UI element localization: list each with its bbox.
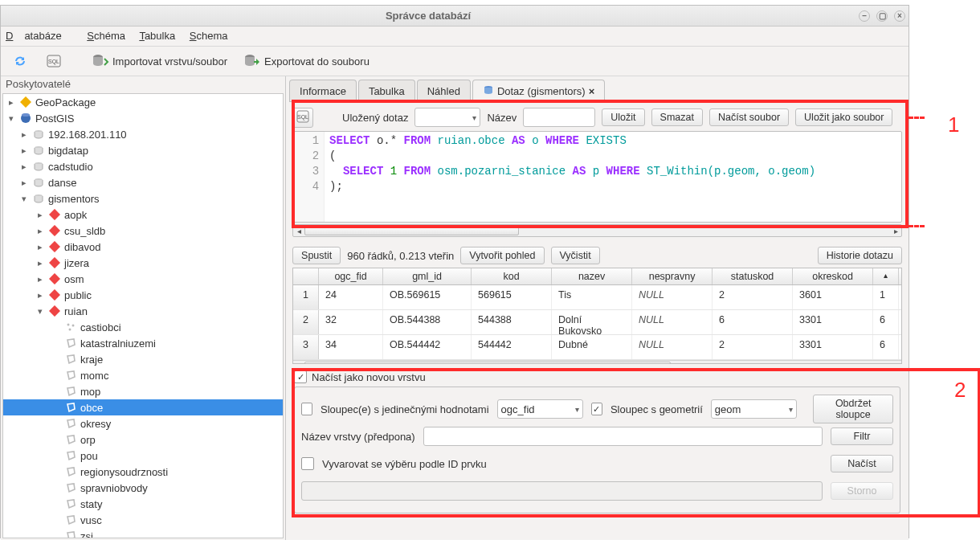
expand-icon[interactable]: ▾ (6, 113, 16, 124)
svg-rect-15 (49, 257, 60, 268)
sql-icon: SQL (45, 52, 63, 70)
schema-icon (48, 208, 61, 221)
svg-point-6 (22, 113, 30, 117)
callout-label-1: 1 (948, 112, 959, 137)
tree-table-regionysoudrznosti[interactable]: regionysoudrznosti (3, 464, 283, 480)
tree-table-katastralniuzemi[interactable]: katastralniuzemi (3, 335, 283, 351)
col-ogc_fid[interactable]: ogc_fid (319, 268, 383, 284)
svg-rect-18 (49, 305, 60, 317)
tree-table-okresy[interactable]: okresy (3, 415, 283, 432)
tree-host-gismentors[interactable]: gismentors (48, 193, 100, 205)
tab-strip: Informace Tabulka Náhled Dotaz (gismento… (289, 80, 905, 102)
expand-icon[interactable]: ▸ (6, 97, 16, 108)
tree-schema-aopk[interactable]: aopk (64, 209, 87, 221)
col-statuskod[interactable]: statuskod (713, 268, 793, 284)
clear-button[interactable]: Vyčistit (551, 247, 600, 264)
titlebar: Správce databází – ▢ × (1, 6, 909, 27)
import-label: Importovat vrstvu/soubor (112, 55, 227, 67)
polygon-layer-icon (64, 513, 77, 526)
col-kod[interactable]: kod (472, 268, 552, 284)
col-nazev[interactable]: nazev (552, 268, 632, 284)
polygon-layer-icon (64, 530, 77, 538)
polygon-layer-icon (64, 401, 77, 414)
callout-dash-1b (909, 225, 925, 227)
table-row[interactable]: 334OB.544442544442DubnéNULL233016 (293, 335, 901, 360)
tree-host-ip[interactable]: 192.168.201.110 (48, 129, 127, 141)
table-row[interactable]: 232OB.544388544388Dolní BukovskoNULL6330… (293, 310, 901, 335)
menu-table[interactable]: Tabulka (139, 30, 175, 42)
toolbar: SQL Importovat vrstvu/soubor Exportovat … (1, 47, 909, 76)
menu-schema[interactable]: Schéma (87, 30, 125, 42)
tree-host-danse[interactable]: danse (48, 177, 76, 189)
db-export-icon (243, 52, 261, 70)
refresh-button[interactable] (7, 50, 33, 72)
tree-schema-public[interactable]: public (64, 289, 92, 301)
svg-text:SQL: SQL (48, 59, 59, 65)
col-gml_id[interactable]: gml_id (383, 268, 472, 284)
import-button[interactable]: Importovat vrstvu/soubor (88, 50, 231, 72)
create-view-button[interactable]: Vytvořit pohled (460, 247, 544, 264)
tab-close-icon[interactable]: × (589, 85, 595, 97)
schema-icon (48, 305, 61, 317)
callout-box-1 (292, 100, 909, 228)
polygon-layer-icon (64, 385, 77, 398)
tree-table-momc[interactable]: momc (3, 367, 283, 383)
table-row[interactable]: 124OB.569615569615TisNULL236011 (293, 285, 901, 310)
tree-table-pou[interactable]: pou (3, 448, 283, 464)
result-grid[interactable]: ogc_fid gml_id kod nazev nespravny statu… (292, 268, 902, 364)
tree-geopackage[interactable]: GeoPackage (35, 96, 96, 108)
tab-preview[interactable]: Náhled (417, 80, 471, 101)
polygon-layer-icon (64, 353, 77, 366)
menubar: Databáze Schéma Tabulka Schema (1, 27, 909, 47)
polygon-layer-icon (64, 433, 77, 446)
svg-point-19 (67, 324, 70, 326)
col-okreskod[interactable]: okreskod (793, 268, 873, 284)
col-nespravny[interactable]: nespravny (632, 268, 713, 284)
tree-host-cadstudio[interactable]: cadstudio (48, 161, 93, 173)
svg-point-21 (69, 329, 71, 331)
tab-info[interactable]: Informace (289, 80, 357, 101)
postgis-icon (19, 112, 32, 125)
tree-schema-csu[interactable]: csu_sldb (64, 225, 105, 237)
export-button[interactable]: Exportovat do souboru (239, 50, 374, 72)
polygon-layer-icon (64, 417, 77, 430)
polygon-layer-icon (64, 481, 77, 494)
tree-table-zsj[interactable]: zsj (3, 528, 283, 538)
execute-button[interactable]: Spustit (292, 247, 341, 264)
grid-hscroll[interactable]: ◂▸ (293, 360, 901, 364)
tree-schema-dibavod[interactable]: dibavod (64, 241, 101, 253)
tree-table-staty[interactable]: staty (3, 496, 283, 512)
tree-postgis[interactable]: PostGIS (35, 112, 74, 125)
tree-table-kraje[interactable]: kraje (3, 351, 283, 367)
scroll-up-icon[interactable]: ▴ (873, 268, 899, 284)
tree-schema-ruian[interactable]: ruian (64, 305, 88, 317)
tree-host-bigdatap[interactable]: bigdatap (48, 145, 88, 157)
polygon-layer-icon (64, 465, 77, 478)
callout-box-2 (292, 368, 980, 517)
providers-tree[interactable]: ▸GeoPackage ▾PostGIS ▸192.168.201.110 ▸b… (2, 93, 284, 538)
tree-table-orp[interactable]: orp (3, 432, 283, 448)
svg-rect-14 (49, 241, 60, 252)
menu-database[interactable]: Databáze (6, 30, 73, 42)
window-title: Správce databází (1, 6, 855, 26)
tree-table-castiobci[interactable]: castiobci (3, 319, 283, 335)
tree-table-obce[interactable]: obce (3, 399, 283, 415)
tree-schema-osm[interactable]: osm (64, 273, 84, 285)
sql-window-button[interactable]: SQL (41, 50, 67, 72)
close-icon[interactable]: × (894, 10, 905, 22)
callout-dash-1a (909, 117, 925, 119)
db-import-icon (92, 52, 109, 70)
tree-table-mop[interactable]: mop (3, 383, 283, 399)
run-bar: Spustit 960 řádků, 0.213 vteřin Vytvořit… (292, 247, 902, 264)
maximize-icon[interactable]: ▢ (876, 10, 888, 22)
menu-schema2[interactable]: Schema (190, 30, 228, 42)
tab-table[interactable]: Tabulka (358, 80, 415, 101)
callout-label-2: 2 (954, 378, 966, 403)
minimize-icon[interactable]: – (859, 10, 870, 22)
tree-schema-jizera[interactable]: jizera (64, 257, 89, 269)
svg-rect-16 (49, 273, 60, 284)
tree-table-spravniobvody[interactable]: spravniobvody (3, 480, 283, 496)
tab-query[interactable]: Dotaz (gismentors) × (472, 80, 605, 101)
tree-table-vusc[interactable]: vusc (3, 512, 283, 528)
history-button[interactable]: Historie dotazu (818, 247, 902, 264)
